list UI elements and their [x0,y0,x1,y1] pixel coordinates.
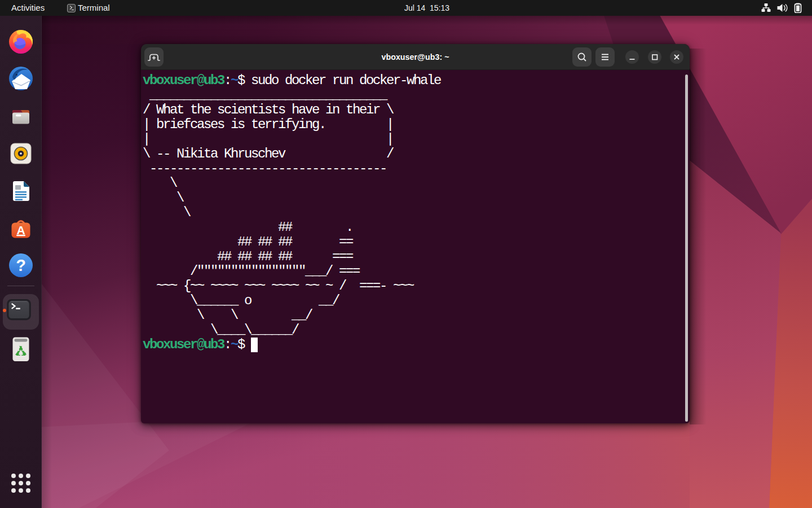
svg-text:?: ? [16,256,26,274]
svg-text:A: A [16,224,25,237]
